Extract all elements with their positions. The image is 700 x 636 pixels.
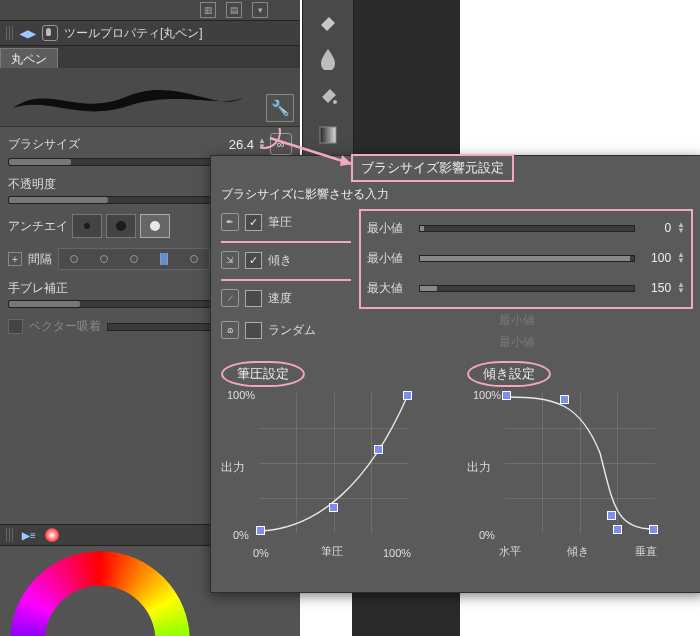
curve-handle[interactable] <box>403 391 412 400</box>
preset-tab[interactable]: 丸ペン <box>0 48 58 68</box>
svg-point-0 <box>45 528 59 542</box>
min-label-2: 最小値 <box>367 250 413 267</box>
velocity-icon: ⟋ <box>221 289 239 307</box>
vector-checkbox[interactable] <box>8 319 23 334</box>
curve-handle[interactable] <box>607 511 616 520</box>
y-0: 0% <box>479 529 495 541</box>
curve-handle[interactable] <box>256 526 265 535</box>
aa-option-2[interactable] <box>106 214 136 238</box>
curve-handle[interactable] <box>502 391 511 400</box>
collapse-icon-2[interactable]: ▶≡ <box>22 530 36 541</box>
tilt-checkbox[interactable] <box>245 252 262 269</box>
pressure-curve-path <box>259 393 409 533</box>
velocity-label: 速度 <box>268 290 292 307</box>
stepper[interactable]: ▲▼ <box>677 252 685 264</box>
velocity-checkbox[interactable] <box>245 290 262 307</box>
tilt-label: 傾き <box>268 252 292 269</box>
tilt-icon: ⇲ <box>221 251 239 269</box>
min-label: 最小値 <box>367 220 413 237</box>
curve-row: 筆圧設定 100% 出力 0% <box>221 361 693 559</box>
input-source-list: ✒ 筆圧 ⇲ 傾き ⟋ 速度 ɷ ランダム <box>221 209 351 353</box>
color-wheel[interactable] <box>10 551 190 636</box>
brush-size-stepper[interactable]: ▲▼ <box>258 138 266 150</box>
y-100: 100% <box>227 389 255 401</box>
pressure-checkbox[interactable] <box>245 214 262 231</box>
random-placeholder: 最小値 <box>499 331 693 353</box>
x-0: 0% <box>253 547 269 559</box>
curve-handle[interactable] <box>649 525 658 534</box>
y-label: 出力 <box>467 459 491 476</box>
fill-icon[interactable] <box>309 80 347 114</box>
brush-size-dynamics-button[interactable]: ∞ <box>270 133 292 155</box>
value-box: 最小値 0 ▲▼ 最小値 100 ▲▼ 最大値 150 ▲▼ <box>359 209 693 309</box>
aa-option-1[interactable] <box>72 214 102 238</box>
brush-size-label: ブラシサイズ <box>8 136 80 153</box>
gradient-icon[interactable] <box>309 118 347 152</box>
max-label: 最大値 <box>367 280 413 297</box>
random-checkbox[interactable] <box>245 322 262 339</box>
x-mid: 傾き <box>567 544 589 559</box>
tilt-curve-box: 傾き設定 100% 出力 0% <box>467 361 693 559</box>
tilt-max-slider[interactable] <box>419 285 635 292</box>
eraser-icon[interactable] <box>309 4 347 38</box>
stepper[interactable]: ▲▼ <box>677 282 685 294</box>
brush-size-value[interactable]: 26.4 <box>229 137 254 152</box>
opacity-label: 不透明度 <box>8 176 56 193</box>
pressure-label: 筆圧 <box>268 214 292 231</box>
panel-top-icons: ▥ ▤ ▾ <box>0 0 300 21</box>
collapse-icon[interactable]: ◀▶ <box>20 28 36 39</box>
tilt-curve-grid[interactable] <box>505 393 655 533</box>
aa-option-3[interactable] <box>140 214 170 238</box>
input-tilt-row: ⇲ 傾き <box>221 247 351 273</box>
curve-handle[interactable] <box>613 525 622 534</box>
pressure-curve-grid[interactable] <box>259 393 409 533</box>
pressure-curve-box: 筆圧設定 100% 出力 0% <box>221 361 447 559</box>
doc2-icon[interactable]: ▤ <box>226 2 242 18</box>
input-random-row: ɷ ランダム <box>221 317 351 343</box>
x-100: 垂直 <box>635 544 657 559</box>
x-100: 100% <box>383 547 411 559</box>
panel-title: ツールプロパティ[丸ペン] <box>64 25 203 42</box>
random-icon: ɷ <box>221 321 239 339</box>
annotation-line <box>221 279 351 281</box>
tilt-min-row: 最小値 100 ▲▼ <box>367 245 685 271</box>
dynamics-popup: ブラシサイズ影響元設定 ブラシサイズに影響させる入力 ✒ 筆圧 ⇲ 傾き ⟋ 速… <box>210 155 700 593</box>
pressure-min-value[interactable]: 0 <box>641 221 671 235</box>
menu-icon[interactable]: ▾ <box>252 2 268 18</box>
wrench-button[interactable]: 🔧 <box>266 94 294 122</box>
x-0: 水平 <box>499 544 521 559</box>
brush-icon <box>42 25 58 41</box>
svg-rect-2 <box>320 127 336 143</box>
pressure-min-slider[interactable] <box>419 225 635 232</box>
y-100: 100% <box>473 389 501 401</box>
vector-label: ベクター吸着 <box>29 318 101 335</box>
stepper[interactable]: ▲▼ <box>677 222 685 234</box>
annotation-line <box>221 241 351 243</box>
tilt-max-row: 最大値 150 ▲▼ <box>367 275 685 301</box>
input-pressure-row: ✒ 筆圧 <box>221 209 351 235</box>
pressure-icon: ✒ <box>221 213 239 231</box>
velocity-placeholder: 最小値 <box>499 309 693 331</box>
popup-title: ブラシサイズ影響元設定 <box>351 154 514 182</box>
y-label: 出力 <box>221 459 245 476</box>
input-velocity-row: ⟋ 速度 <box>221 285 351 311</box>
curve-handle[interactable] <box>329 503 338 512</box>
tilt-min-slider[interactable] <box>419 255 635 262</box>
tilt-min-value[interactable]: 100 <box>641 251 671 265</box>
tilt-max-value[interactable]: 150 <box>641 281 671 295</box>
preset-tabs: 丸ペン <box>0 46 300 68</box>
expand-icon[interactable]: + <box>8 252 22 266</box>
panel-grip-2[interactable] <box>6 528 14 542</box>
spacing-label: 間隔 <box>28 251 52 268</box>
panel-grip[interactable] <box>6 26 14 40</box>
curve-handle[interactable] <box>374 445 383 454</box>
spacing-selector[interactable] <box>58 248 210 270</box>
curve-handle[interactable] <box>560 395 569 404</box>
antialias-label: アンチエイ <box>8 218 68 235</box>
brush-preview: 🔧 <box>0 68 300 127</box>
x-mid: 筆圧 <box>321 544 343 559</box>
y-0: 0% <box>233 529 249 541</box>
random-label: ランダム <box>268 322 316 339</box>
blend-icon[interactable] <box>309 42 347 76</box>
doc-icon[interactable]: ▥ <box>200 2 216 18</box>
